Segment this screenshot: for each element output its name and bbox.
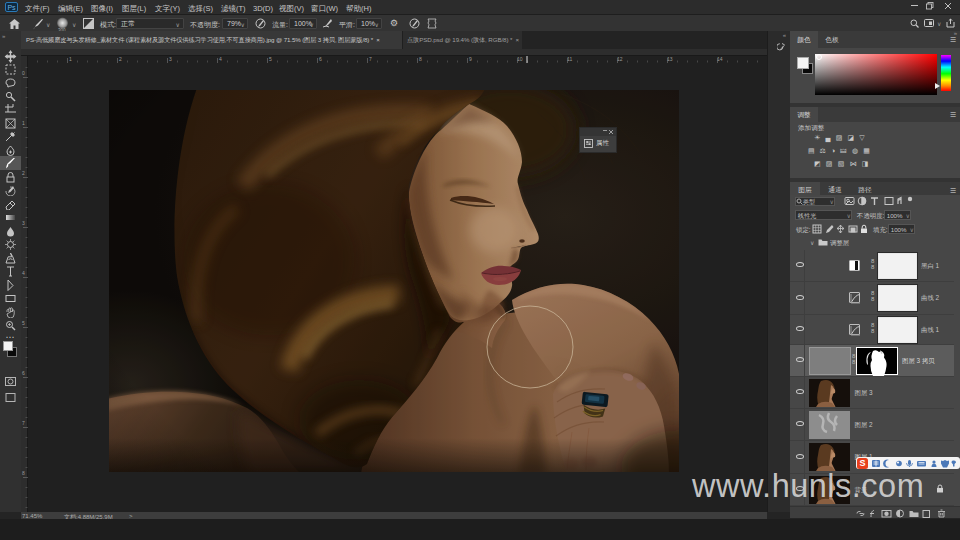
svg-text:8: 8 (419, 56, 422, 62)
svg-text:13: 13 (667, 56, 673, 62)
svg-text:7: 7 (22, 420, 25, 426)
svg-text:14: 14 (717, 56, 723, 62)
svg-text:10: 10 (517, 56, 523, 62)
svg-text:4: 4 (219, 56, 222, 62)
svg-text:0: 0 (22, 70, 25, 76)
svg-text:5: 5 (22, 320, 25, 326)
svg-text:2: 2 (119, 56, 122, 62)
svg-text:3: 3 (169, 56, 172, 62)
svg-text:6: 6 (319, 56, 322, 62)
svg-text:8: 8 (22, 470, 25, 476)
svg-text:12: 12 (617, 56, 623, 62)
svg-text:1: 1 (69, 56, 72, 62)
svg-text:2: 2 (22, 170, 25, 176)
svg-text:4: 4 (22, 270, 25, 276)
svg-text:6: 6 (22, 370, 25, 376)
svg-text:1: 1 (22, 120, 25, 126)
svg-text:9: 9 (469, 56, 472, 62)
svg-text:5: 5 (269, 56, 272, 62)
svg-text:11: 11 (567, 56, 572, 62)
svg-text:3: 3 (22, 220, 25, 226)
svg-text:7: 7 (369, 56, 372, 62)
